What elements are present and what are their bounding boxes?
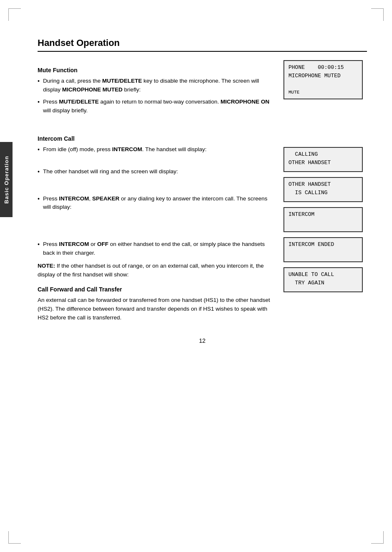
call-forward-body: An external call can be forwarded or tra… [38, 296, 275, 322]
intercom-bullet-3: • Press INTERCOM, SPEAKER or any dialing… [38, 195, 275, 212]
call-forward-heading: Call Forward and Call Transfer [38, 286, 275, 293]
intercom-bullet-1: • From idle (off) mode, press INTERCOM. … [38, 145, 275, 154]
bullet-dot-5: • [38, 195, 40, 202]
lcd-intercom-line1: INTERCOM [288, 211, 314, 218]
bullet-dot-4: • [38, 168, 40, 175]
intercom-call-heading: Intercom Call [38, 135, 275, 142]
lcd-intercom-ended-screen: INTERCOM ENDED [283, 237, 363, 262]
speaker-bold: SPEAKER [92, 195, 119, 202]
page-title: Handset Operation [38, 38, 367, 52]
sidebar-label-text: Basic Operation [3, 156, 10, 204]
intercom-bold-2: INTERCOM [59, 241, 89, 247]
lcd-mute-line3: MUTE [288, 90, 299, 95]
lcd-mute-screen: PHONE 00:00:15 MICROPHONE MUTED MUTE [283, 60, 363, 99]
lcd-unable-call-line1: UNABLE TO CALL [288, 271, 334, 278]
mute-bullet-1-text: During a call, press the MUTE/DELETE key… [43, 77, 275, 94]
note-label: NOTE: [38, 263, 55, 269]
bullet-dot-3: • [38, 146, 40, 153]
bullet-dot-1: • [38, 78, 40, 84]
lcd-other-calling-line2: IS CALLING [288, 190, 328, 196]
lcd-mute-line1: PHONE 00:00:15 [288, 64, 344, 71]
lcd-calling-screen: CALLING OTHER HANDSET [283, 147, 363, 172]
lcd-calling-line1: CALLING [288, 151, 318, 157]
mute-delete-bold-1: MUTE/DELETE [102, 78, 142, 84]
lcd-intercom-ended-line1: INTERCOM ENDED [288, 241, 334, 248]
page-number: 12 [38, 337, 367, 344]
microphone-muted-bold: MICROPHONE MUTED [62, 86, 123, 93]
lcd-mute-line2: MICROPHONE MUTED [288, 73, 341, 79]
left-column: Mute Function • During a call, press the… [38, 60, 275, 325]
sidebar-label: Basic Operation [0, 142, 13, 217]
intercom-bullet-1-text: From idle (off) mode, press INTERCOM. Th… [43, 145, 207, 154]
bullet-dot-2: • [38, 99, 40, 105]
lcd-other-calling-line1: OTHER HANDSET [288, 181, 331, 187]
note-text: NOTE: If the other handset is out of ran… [38, 262, 275, 279]
lcd-unable-call-screen: UNABLE TO CALL TRY AGAIN [283, 267, 363, 292]
lcd-unable-call-line2: TRY AGAIN [288, 280, 324, 286]
intercom-bullet-3-text: Press INTERCOM, SPEAKER or any dialing k… [43, 195, 275, 212]
intercom-bullet-4: • Press INTERCOM or OFF on either handse… [38, 240, 275, 258]
microphone-on-bold: MICRO­PHONE ON [220, 99, 269, 105]
mute-bullet-2-text: Press MUTE/DELETE again to return to nor… [43, 98, 275, 115]
lcd-intercom-screen: INTERCOM [283, 207, 363, 232]
right-column: PHONE 00:00:15 MICROPHONE MUTED MUTE CAL… [283, 60, 367, 325]
intercom-bold-1: INTERCOM [112, 146, 142, 152]
intercom-bullet-2: • The other handset will ring and the sc… [38, 167, 275, 176]
spacer-after-mute [283, 104, 367, 142]
intercom-speaker-bold: INTERCOM [59, 195, 89, 202]
lcd-other-calling-screen: OTHER HANDSET IS CALLING [283, 177, 363, 202]
bullet-dot-6: • [38, 241, 40, 248]
lcd-calling-line2: OTHER HANDSET [288, 160, 331, 166]
mute-bullet-2: • Press MUTE/DELETE again to return to n… [38, 98, 275, 115]
mute-bullet-1: • During a call, press the MUTE/DELETE k… [38, 77, 275, 94]
intercom-bullet-2-text: The other handset will ring and the scre… [43, 167, 178, 176]
intercom-bullet-4-text: Press INTERCOM or OFF on either handset … [43, 240, 275, 258]
mute-delete-bold-2: MUTE/DELETE [59, 99, 99, 105]
off-bold: OFF [97, 241, 109, 247]
mute-function-heading: Mute Function [38, 67, 275, 73]
